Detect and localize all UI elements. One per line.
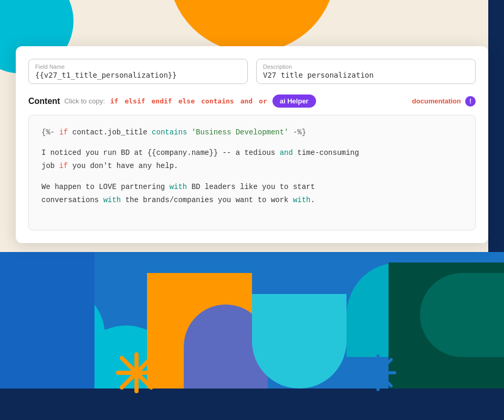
field-name-label: Field Name <box>35 64 241 70</box>
asterisk-outline-right <box>357 352 399 394</box>
teal-c-bottomcenter <box>252 294 346 388</box>
field-name-value: {{v27_t1_title_personalization}} <box>35 71 241 79</box>
content-toolbar: Content Click to copy: if elsif endif el… <box>28 94 476 108</box>
field-name-group: Field Name {{v27_t1_title_personalizatio… <box>28 59 248 84</box>
svg-line-7 <box>365 360 391 386</box>
keyword-elsif[interactable]: elsif <box>123 97 146 105</box>
darkteal-arch-right <box>420 273 504 357</box>
description-group: Description V27 title personalization <box>256 59 476 84</box>
form-row: Field Name {{v27_t1_title_personalizatio… <box>28 59 476 84</box>
content-label: Content <box>28 97 60 106</box>
svg-line-3 <box>122 358 151 387</box>
description-value: V27 title personalization <box>263 71 469 79</box>
keyword-or[interactable]: or <box>258 97 268 105</box>
description-label: Description <box>263 64 469 70</box>
orange-square-bottom <box>147 273 252 420</box>
teal-arch-bottomleft <box>74 326 178 388</box>
orange-semicircle-top <box>168 0 336 52</box>
keyword-else[interactable]: else <box>177 97 196 105</box>
code-editor[interactable]: {%- if contact.job_title contains 'Busin… <box>28 115 476 230</box>
navy-bottom-band <box>0 388 504 420</box>
main-card: Field Name {{v27_t1_title_personalizatio… <box>16 46 488 243</box>
svg-line-6 <box>365 360 391 386</box>
teal-c-bottomleft-cutout <box>0 284 68 388</box>
documentation-link[interactable]: documentation <box>412 97 461 105</box>
click-to-copy-text: Click to copy: <box>64 97 104 105</box>
blue-left-bottom <box>0 252 94 388</box>
code-line-4-5: We happen to LOVE partnering with BD lea… <box>41 181 463 207</box>
teal-c-bottomleft <box>0 284 105 388</box>
ai-helper-button[interactable]: ai Helper <box>272 94 316 108</box>
keyword-contains[interactable]: contains <box>200 97 235 105</box>
teal-arch-midright <box>346 262 452 357</box>
orange-asterisk <box>116 352 158 394</box>
darkteal-bottomright <box>388 262 504 420</box>
bottom-background <box>0 252 504 420</box>
svg-line-2 <box>122 358 151 387</box>
info-icon[interactable]: ! <box>465 96 476 107</box>
purple-arch-bottom <box>184 304 268 420</box>
keyword-if[interactable]: if <box>109 97 120 105</box>
darkblue-right-border <box>488 0 504 257</box>
keyword-endif[interactable]: endif <box>151 97 173 105</box>
code-line-2-3: I noticed you run BD at {{company.name}}… <box>41 146 463 173</box>
keyword-and[interactable]: and <box>239 97 254 105</box>
code-line-1: {%- if contact.job_title contains 'Busin… <box>41 126 463 139</box>
